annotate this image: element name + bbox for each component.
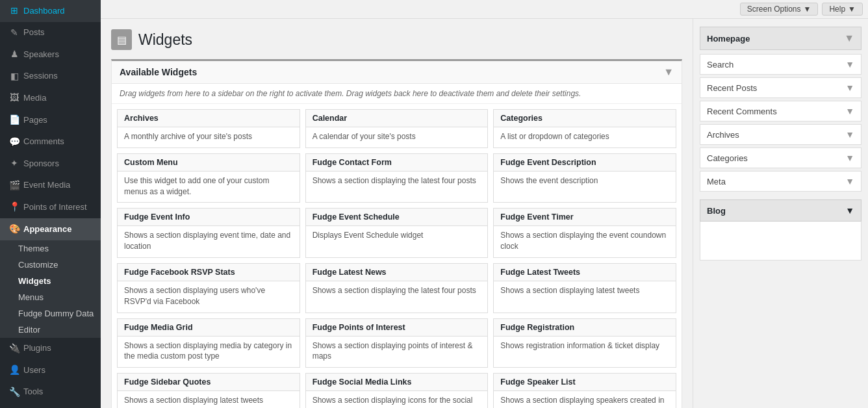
widget-desc: Shows a section displaying speakers crea…	[494, 391, 676, 408]
sidebar-item-posts[interactable]: ✎ Posts	[0, 22, 101, 44]
widget-title: Calendar	[306, 110, 488, 127]
chevron-down-icon-help: ▼	[848, 5, 856, 14]
widget-item-fudge-event-schedule[interactable]: Fudge Event Schedule Displays Event Sche…	[305, 208, 489, 258]
submenu-menus[interactable]: Menus	[0, 289, 101, 305]
plugins-icon: 🔌	[9, 342, 19, 355]
widget-item-fudge-latest-news[interactable]: Fudge Latest News Shows a section displa…	[305, 263, 489, 313]
homepage-widget-label: Archives	[707, 130, 739, 140]
widget-toggle-icon: ▼	[845, 83, 854, 93]
widget-item-fudge-event-info[interactable]: Fudge Event Info Shows a section display…	[117, 208, 300, 258]
sidebar-item-media[interactable]: 🖼 Media	[0, 87, 101, 109]
blog-section: Blog ▼	[700, 199, 862, 261]
tools-icon: 🔧	[9, 386, 19, 399]
sidebar-item-sessions[interactable]: ◧ Sessions	[0, 66, 101, 88]
widget-desc: Use this widget to add one of your custo…	[118, 172, 300, 203]
widget-title: Fudge Media Grid	[118, 319, 300, 337]
widget-title: Fudge Sidebar Quotes	[118, 374, 300, 391]
sidebar-item-event-media[interactable]: 🎬 Event Media	[0, 175, 101, 197]
dashboard-icon: ⊞	[9, 5, 19, 18]
event-media-icon: 🎬	[9, 179, 19, 192]
widget-item-calendar[interactable]: Calendar A calendar of your site's posts	[305, 109, 489, 148]
available-widgets-title: Available Widgets	[120, 67, 197, 77]
widget-item-fudge-points-of-interest[interactable]: Fudge Points of Interest Shows a section…	[305, 318, 489, 368]
sidebar: ⊞ Dashboard ✎ Posts ♟ Speakers ◧ Session…	[0, 0, 101, 408]
sidebar-item-points-of-interest[interactable]: 📍 Points of Interest	[0, 196, 101, 218]
homepage-widget-meta[interactable]: Meta ▼	[700, 171, 862, 192]
widget-desc: A calendar of your site's posts	[306, 127, 488, 147]
sidebar-item-users[interactable]: 👤 Users	[0, 359, 101, 381]
available-widgets-toggle: ▼	[663, 66, 674, 78]
submenu-fudge-dummy-data[interactable]: Fudge Dummy Data	[0, 305, 101, 322]
widget-item-fudge-speaker-list[interactable]: Fudge Speaker List Shows a section displ…	[493, 373, 676, 408]
widget-title: Fudge Event Schedule	[306, 209, 488, 226]
widget-item-fudge-contact-form[interactable]: Fudge Contact Form Shows a section displ…	[305, 153, 489, 203]
homepage-widget-label: Meta	[707, 177, 726, 186]
submenu-widgets[interactable]: Widgets	[0, 273, 101, 289]
widget-title: Fudge Speaker List	[494, 374, 676, 391]
homepage-widget-label: Categories	[707, 153, 748, 163]
widget-item-fudge-sidebar-quotes[interactable]: Fudge Sidebar Quotes Shows a section dis…	[117, 373, 300, 408]
main-panel: ▤ Widgets Available Widgets ▼ Drag widge…	[101, 19, 693, 408]
widget-desc: Shows a section displaying the event cou…	[494, 226, 676, 257]
page-title-area: ▤ Widgets	[111, 29, 682, 50]
widget-item-fudge-event-timer[interactable]: Fudge Event Timer Shows a section displa…	[493, 208, 676, 258]
widget-item-archives[interactable]: Archives A monthly archive of your site'…	[117, 109, 300, 148]
content-area: ▤ Widgets Available Widgets ▼ Drag widge…	[101, 19, 868, 408]
sponsors-icon: ✦	[9, 157, 19, 170]
homepage-widget-recent-comments[interactable]: Recent Comments ▼	[700, 101, 862, 121]
sidebar-item-settings[interactable]: ⚙ Settings	[0, 403, 101, 408]
main-content: Screen Options ▼ Help ▼ ▤ Widgets Availa…	[101, 0, 868, 408]
widget-item-fudge-facebook-rsvp[interactable]: Fudge Facebook RSVP Stats Shows a sectio…	[117, 263, 300, 313]
appearance-icon: 🎨	[9, 223, 19, 236]
widget-title: Fudge Latest News	[306, 264, 488, 281]
widget-title: Fudge Facebook RSVP Stats	[118, 264, 300, 281]
widget-title: Fudge Social Media Links	[306, 374, 488, 391]
widget-item-categories[interactable]: Categories A list or dropdown of categor…	[493, 109, 676, 148]
widget-item-fudge-social-media-links[interactable]: Fudge Social Media Links Shows a section…	[305, 373, 489, 408]
widget-desc: Shows registration information & ticket …	[494, 337, 676, 357]
homepage-widget-label: Recent Comments	[707, 107, 777, 116]
help-button[interactable]: Help ▼	[822, 3, 863, 16]
homepage-widget-search[interactable]: Search ▼	[700, 54, 862, 75]
widget-title: Fudge Points of Interest	[306, 319, 488, 337]
widget-title: Fudge Registration	[494, 319, 676, 337]
available-widgets-header[interactable]: Available Widgets ▼	[112, 61, 682, 84]
blog-sidebar-body	[700, 222, 862, 261]
widget-item-fudge-media-grid[interactable]: Fudge Media Grid Shows a section display…	[117, 318, 300, 368]
appearance-submenu: Themes Customize Widgets Menus Fudge Dum…	[0, 240, 101, 338]
homepage-widget-categories[interactable]: Categories ▼	[700, 147, 862, 168]
page-title: Widgets	[138, 31, 192, 49]
sidebar-item-appearance[interactable]: 🎨 Appearance	[0, 218, 101, 240]
widget-desc: Shows a section displaying the latest fo…	[306, 281, 488, 301]
right-sidebar: Homepage ▼ Search ▼ Recent Posts ▼ Recen…	[693, 19, 868, 408]
widget-title: Custom Menu	[118, 154, 300, 172]
widget-item-fudge-event-description[interactable]: Fudge Event Description Shows the event …	[493, 153, 676, 203]
homepage-widgets-list: Search ▼ Recent Posts ▼ Recent Comments …	[700, 54, 862, 192]
widget-item-custom-menu[interactable]: Custom Menu Use this widget to add one o…	[117, 153, 300, 203]
homepage-widget-recent-posts[interactable]: Recent Posts ▼	[700, 77, 862, 98]
widget-title: Fudge Event Description	[494, 154, 676, 172]
sidebar-item-tools[interactable]: 🔧 Tools	[0, 381, 101, 403]
blog-sidebar-title[interactable]: Blog ▼	[700, 199, 862, 222]
sidebar-item-dashboard[interactable]: ⊞ Dashboard	[0, 0, 101, 22]
sidebar-item-comments[interactable]: 💬 Comments	[0, 131, 101, 153]
sidebar-item-speakers[interactable]: ♟ Speakers	[0, 44, 101, 66]
widget-desc: Shows a section displaying latest tweets	[494, 281, 676, 301]
homepage-widget-archives[interactable]: Archives ▼	[700, 124, 862, 145]
sessions-icon: ◧	[9, 70, 19, 83]
speakers-icon: ♟	[9, 48, 19, 61]
widget-desc: Shows the event description	[494, 172, 676, 192]
sidebar-item-plugins[interactable]: 🔌 Plugins	[0, 338, 101, 360]
widget-desc: Shows a section displaying latest tweets	[118, 391, 300, 408]
widget-item-fudge-registration[interactable]: Fudge Registration Shows registration in…	[493, 318, 676, 368]
submenu-themes[interactable]: Themes	[0, 240, 101, 257]
sidebar-item-sponsors[interactable]: ✦ Sponsors	[0, 153, 101, 175]
submenu-editor[interactable]: Editor	[0, 322, 101, 338]
screen-options-button[interactable]: Screen Options ▼	[740, 3, 819, 16]
widget-item-fudge-latest-tweets[interactable]: Fudge Latest Tweets Shows a section disp…	[493, 263, 676, 313]
widget-title: Fudge Event Info	[118, 209, 300, 226]
widget-desc: Shows a section displaying event time, d…	[118, 226, 300, 257]
submenu-customize[interactable]: Customize	[0, 257, 101, 273]
sidebar-item-pages[interactable]: 📄 Pages	[0, 109, 101, 131]
homepage-sidebar-title[interactable]: Homepage ▼	[700, 27, 862, 50]
